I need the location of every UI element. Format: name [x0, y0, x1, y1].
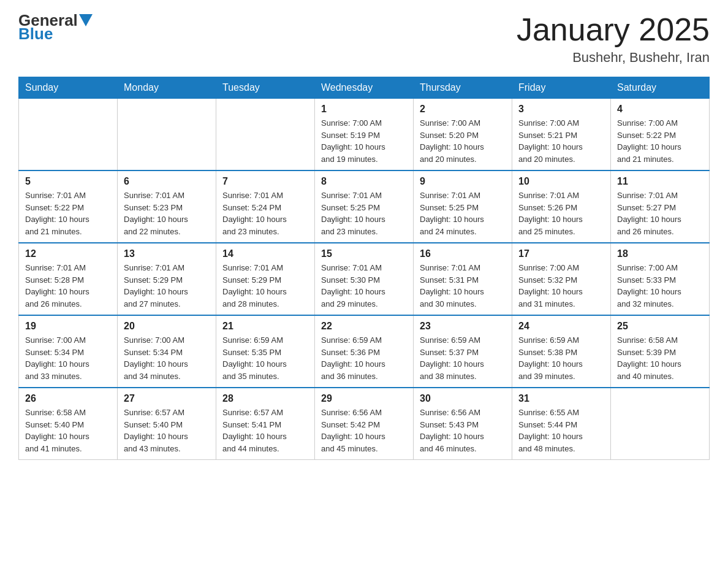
day-number: 28: [222, 393, 308, 404]
day-info: Sunrise: 6:56 AM Sunset: 5:43 PM Dayligh…: [420, 407, 506, 454]
day-info: Sunrise: 7:01 AM Sunset: 5:31 PM Dayligh…: [420, 262, 506, 310]
day-number: 18: [617, 248, 703, 259]
day-info: Sunrise: 7:01 AM Sunset: 5:25 PM Dayligh…: [420, 190, 506, 237]
calendar-cell: 10Sunrise: 7:01 AM Sunset: 5:26 PM Dayli…: [512, 170, 611, 243]
calendar-cell: 9Sunrise: 7:01 AM Sunset: 5:25 PM Daylig…: [414, 170, 512, 243]
day-info: Sunrise: 7:00 AM Sunset: 5:34 PM Dayligh…: [25, 334, 111, 382]
day-info: Sunrise: 6:58 AM Sunset: 5:40 PM Dayligh…: [25, 407, 111, 454]
calendar-cell: [216, 99, 315, 171]
day-number: 12: [25, 248, 111, 259]
column-header-wednesday: Wednesday: [315, 77, 414, 99]
day-number: 27: [124, 393, 210, 404]
location-title: Bushehr, Bushehr, Iran: [517, 50, 710, 66]
day-number: 29: [321, 393, 407, 404]
day-info: Sunrise: 7:01 AM Sunset: 5:22 PM Dayligh…: [25, 190, 111, 237]
day-info: Sunrise: 7:01 AM Sunset: 5:24 PM Dayligh…: [222, 190, 308, 237]
day-number: 9: [420, 176, 506, 187]
day-number: 24: [518, 321, 604, 332]
calendar-cell: 21Sunrise: 6:59 AM Sunset: 5:35 PM Dayli…: [216, 315, 315, 388]
day-number: 3: [518, 104, 604, 115]
day-number: 7: [222, 176, 308, 187]
week-row-3: 12Sunrise: 7:01 AM Sunset: 5:28 PM Dayli…: [19, 243, 710, 315]
calendar-cell: 26Sunrise: 6:58 AM Sunset: 5:40 PM Dayli…: [19, 388, 118, 460]
day-info: Sunrise: 6:58 AM Sunset: 5:39 PM Dayligh…: [617, 334, 703, 382]
day-info: Sunrise: 6:57 AM Sunset: 5:40 PM Dayligh…: [124, 407, 210, 454]
day-number: 2: [420, 104, 506, 115]
page-header: General Blue January 2025 Bushehr, Bushe…: [18, 12, 710, 66]
calendar-cell: 5Sunrise: 7:01 AM Sunset: 5:22 PM Daylig…: [19, 170, 118, 243]
calendar-cell: 23Sunrise: 6:59 AM Sunset: 5:37 PM Dayli…: [414, 315, 512, 388]
calendar-cell: 30Sunrise: 6:56 AM Sunset: 5:43 PM Dayli…: [414, 388, 512, 460]
day-number: 11: [617, 176, 703, 187]
day-number: 8: [321, 176, 407, 187]
day-info: Sunrise: 6:57 AM Sunset: 5:41 PM Dayligh…: [222, 407, 308, 454]
day-info: Sunrise: 7:01 AM Sunset: 5:27 PM Dayligh…: [617, 190, 703, 237]
calendar-cell: [19, 99, 118, 171]
calendar-cell: 16Sunrise: 7:01 AM Sunset: 5:31 PM Dayli…: [414, 243, 512, 315]
calendar-cell: 6Sunrise: 7:01 AM Sunset: 5:23 PM Daylig…: [118, 170, 216, 243]
day-number: 4: [617, 104, 703, 115]
calendar-cell: [611, 388, 710, 460]
day-info: Sunrise: 7:00 AM Sunset: 5:32 PM Dayligh…: [518, 262, 604, 310]
day-info: Sunrise: 7:00 AM Sunset: 5:19 PM Dayligh…: [321, 117, 407, 165]
calendar-cell: 24Sunrise: 6:59 AM Sunset: 5:38 PM Dayli…: [512, 315, 611, 388]
day-number: 20: [124, 321, 210, 332]
calendar-cell: 22Sunrise: 6:59 AM Sunset: 5:36 PM Dayli…: [315, 315, 414, 388]
week-row-1: 1Sunrise: 7:00 AM Sunset: 5:19 PM Daylig…: [19, 99, 710, 171]
day-info: Sunrise: 7:00 AM Sunset: 5:22 PM Dayligh…: [617, 117, 703, 165]
calendar-cell: 1Sunrise: 7:00 AM Sunset: 5:19 PM Daylig…: [315, 99, 414, 171]
day-number: 22: [321, 321, 407, 332]
day-info: Sunrise: 7:01 AM Sunset: 5:30 PM Dayligh…: [321, 262, 407, 310]
day-number: 13: [124, 248, 210, 259]
day-info: Sunrise: 6:59 AM Sunset: 5:36 PM Dayligh…: [321, 334, 407, 382]
day-info: Sunrise: 7:01 AM Sunset: 5:26 PM Dayligh…: [518, 190, 604, 237]
week-row-2: 5Sunrise: 7:01 AM Sunset: 5:22 PM Daylig…: [19, 170, 710, 243]
calendar-cell: 12Sunrise: 7:01 AM Sunset: 5:28 PM Dayli…: [19, 243, 118, 315]
day-number: 15: [321, 248, 407, 259]
day-number: 1: [321, 104, 407, 115]
day-number: 16: [420, 248, 506, 259]
logo: General Blue: [18, 12, 93, 42]
day-number: 25: [617, 321, 703, 332]
column-header-friday: Friday: [512, 77, 611, 99]
day-info: Sunrise: 6:59 AM Sunset: 5:38 PM Dayligh…: [518, 334, 604, 382]
calendar-table: SundayMondayTuesdayWednesdayThursdayFrid…: [18, 77, 710, 460]
calendar-cell: 25Sunrise: 6:58 AM Sunset: 5:39 PM Dayli…: [611, 315, 710, 388]
calendar-cell: 27Sunrise: 6:57 AM Sunset: 5:40 PM Dayli…: [118, 388, 216, 460]
calendar-cell: 2Sunrise: 7:00 AM Sunset: 5:20 PM Daylig…: [414, 99, 512, 171]
calendar-cell: 20Sunrise: 7:00 AM Sunset: 5:34 PM Dayli…: [118, 315, 216, 388]
day-number: 21: [222, 321, 308, 332]
day-info: Sunrise: 7:00 AM Sunset: 5:20 PM Dayligh…: [420, 117, 506, 165]
day-info: Sunrise: 7:01 AM Sunset: 5:28 PM Dayligh…: [25, 262, 111, 310]
day-number: 5: [25, 176, 111, 187]
calendar-cell: 4Sunrise: 7:00 AM Sunset: 5:22 PM Daylig…: [611, 99, 710, 171]
logo-blue-text: Blue: [18, 26, 93, 42]
day-info: Sunrise: 7:01 AM Sunset: 5:29 PM Dayligh…: [124, 262, 210, 310]
day-number: 17: [518, 248, 604, 259]
day-number: 23: [420, 321, 506, 332]
day-info: Sunrise: 7:00 AM Sunset: 5:21 PM Dayligh…: [518, 117, 604, 165]
week-row-4: 19Sunrise: 7:00 AM Sunset: 5:34 PM Dayli…: [19, 315, 710, 388]
day-info: Sunrise: 7:01 AM Sunset: 5:25 PM Dayligh…: [321, 190, 407, 237]
column-header-monday: Monday: [118, 77, 216, 99]
svg-marker-0: [79, 14, 93, 26]
calendar-cell: [118, 99, 216, 171]
day-info: Sunrise: 6:59 AM Sunset: 5:37 PM Dayligh…: [420, 334, 506, 382]
calendar-cell: 18Sunrise: 7:00 AM Sunset: 5:33 PM Dayli…: [611, 243, 710, 315]
calendar-cell: 3Sunrise: 7:00 AM Sunset: 5:21 PM Daylig…: [512, 99, 611, 171]
calendar-cell: 17Sunrise: 7:00 AM Sunset: 5:32 PM Dayli…: [512, 243, 611, 315]
day-number: 6: [124, 176, 210, 187]
column-header-saturday: Saturday: [611, 77, 710, 99]
week-row-5: 26Sunrise: 6:58 AM Sunset: 5:40 PM Dayli…: [19, 388, 710, 460]
day-number: 30: [420, 393, 506, 404]
day-info: Sunrise: 7:00 AM Sunset: 5:34 PM Dayligh…: [124, 334, 210, 382]
month-title: January 2025: [517, 12, 710, 47]
day-number: 14: [222, 248, 308, 259]
calendar-cell: 7Sunrise: 7:01 AM Sunset: 5:24 PM Daylig…: [216, 170, 315, 243]
day-info: Sunrise: 7:01 AM Sunset: 5:29 PM Dayligh…: [222, 262, 308, 310]
calendar-cell: 15Sunrise: 7:01 AM Sunset: 5:30 PM Dayli…: [315, 243, 414, 315]
day-number: 19: [25, 321, 111, 332]
calendar-cell: 8Sunrise: 7:01 AM Sunset: 5:25 PM Daylig…: [315, 170, 414, 243]
title-block: January 2025 Bushehr, Bushehr, Iran: [517, 12, 710, 66]
day-info: Sunrise: 7:01 AM Sunset: 5:23 PM Dayligh…: [124, 190, 210, 237]
